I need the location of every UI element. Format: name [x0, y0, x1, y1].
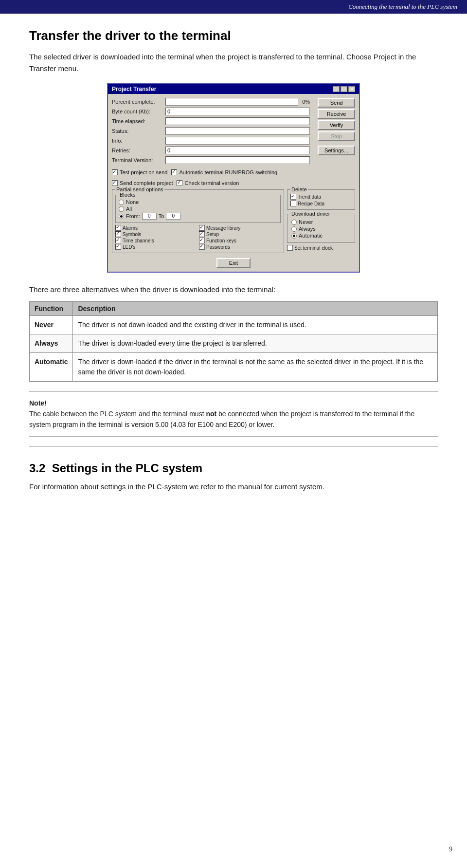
close-button[interactable]: × — [348, 86, 355, 92]
message-library-checkbox[interactable] — [199, 225, 205, 231]
recipe-data-chk-item: Recipe Data — [290, 201, 352, 206]
check-terminal-checkbox-row: Check terminal version — [177, 180, 239, 186]
time-channels-checkbox[interactable] — [115, 238, 121, 243]
dialog-fields-col: Percent complete: 0% Byte count (Kb): 0 — [112, 98, 310, 166]
note-text: Note! The cable between the PLC system a… — [29, 398, 438, 430]
exit-button[interactable]: Exit — [216, 258, 251, 268]
send-complete-checkbox-row: Send complete project — [112, 180, 173, 186]
exit-button-row: Exit — [112, 258, 355, 268]
receive-button[interactable]: Receive — [318, 109, 355, 119]
auto-run-checkbox[interactable] — [171, 169, 177, 175]
set-terminal-clock-row: Set terminal clock — [287, 245, 355, 251]
automatic-function: Automatic — [30, 352, 73, 381]
table-row: Never The driver is not down-loaded and … — [30, 315, 438, 334]
checkboxes-row1: Test project on send Automatic terminal … — [112, 168, 355, 177]
section-heading: 3.2 Settings in the PLC system — [29, 462, 438, 475]
send-complete-checkbox[interactable] — [112, 180, 118, 186]
all-label: All — [126, 206, 132, 212]
info-field[interactable] — [165, 137, 310, 145]
terminal-version-field[interactable] — [165, 156, 310, 164]
dialog-body: Percent complete: 0% Byte count (Kb): 0 — [108, 94, 359, 272]
table-intro: There are three alternatives when the dr… — [29, 284, 438, 295]
always-radio[interactable] — [291, 226, 297, 232]
never-description: The driver is not down-loaded and the ex… — [73, 315, 438, 334]
retries-field[interactable]: 0 — [165, 147, 310, 154]
percent-field[interactable] — [165, 98, 298, 106]
settings-button[interactable]: Settings... — [318, 146, 355, 155]
description-header: Description — [73, 301, 438, 315]
table-row: Always The driver is down-loaded every t… — [30, 334, 438, 352]
delete-box: Delete Trend data Recipe Data — [287, 189, 355, 210]
alarms-checkbox[interactable] — [115, 225, 121, 231]
section-text: For information about settings in the PL… — [29, 481, 438, 493]
leds-chk-item: LED's — [115, 244, 197, 250]
set-terminal-clock-checkbox[interactable] — [287, 245, 293, 251]
download-driver-options: Never Always Automatic — [291, 219, 351, 239]
automatic-radio-row: Automatic — [291, 233, 351, 239]
main-title: Transfer the driver to the terminal — [29, 28, 438, 43]
dialog-title: Project Transfer — [112, 86, 156, 92]
auto-run-label: Automatic terminal RUN/PROG switching — [179, 169, 277, 175]
percent-value: 0% — [302, 99, 310, 105]
leds-checkbox[interactable] — [115, 244, 121, 250]
send-button[interactable]: Send — [318, 98, 355, 108]
page-number: 9 — [449, 846, 452, 853]
none-radio-row: None — [119, 199, 277, 205]
always-function-name: Always — [35, 339, 58, 347]
status-row: Status: — [112, 127, 310, 135]
minimize-button[interactable]: _ — [333, 86, 340, 92]
percent-label: Percent complete: — [112, 99, 165, 105]
alarms-chk-item: Alarms — [115, 225, 197, 231]
note-label: Note! — [29, 399, 47, 407]
recipe-data-checkbox[interactable] — [290, 201, 296, 206]
test-project-checkbox[interactable] — [112, 169, 118, 175]
table-row: Automatic The driver is down-loaded if t… — [30, 352, 438, 381]
intro-text: The selected driver is downloaded into t… — [29, 51, 438, 74]
to-label: To — [159, 213, 164, 219]
function-keys-checkbox[interactable] — [199, 238, 205, 243]
note-bold: not — [206, 410, 216, 418]
dialog-main-area: Percent complete: 0% Byte count (Kb): 0 — [112, 98, 355, 166]
setup-checkbox[interactable] — [199, 231, 205, 237]
page-header: Connecting the terminal to the PLC syste… — [0, 0, 467, 14]
check-terminal-label: Check terminal version — [184, 180, 239, 186]
symbols-checkbox[interactable] — [115, 231, 121, 237]
maximize-button[interactable]: □ — [341, 86, 347, 92]
automatic-radio[interactable] — [291, 233, 297, 239]
trend-data-checkbox[interactable] — [290, 194, 296, 200]
dialog-wrapper: Project Transfer _ □ × Percent complete: — [29, 83, 438, 273]
stop-button[interactable]: Stop — [318, 131, 355, 141]
download-driver-title: Download driver — [290, 211, 331, 217]
leds-label: LED's — [123, 244, 135, 250]
all-radio[interactable] — [119, 206, 124, 212]
passwords-label: Passwords — [206, 244, 230, 250]
time-channels-chk-item: Time channels — [115, 238, 197, 243]
to-field[interactable]: 0 — [166, 213, 180, 220]
status-field[interactable] — [165, 127, 310, 135]
byte-count-field[interactable]: 0 — [165, 108, 310, 115]
never-radio[interactable] — [291, 220, 297, 225]
action-buttons: Send Receive Verify Stop Settings... — [318, 98, 355, 166]
section-number: 3.2 — [29, 462, 45, 475]
recipe-data-label: Recipe Data — [298, 201, 324, 206]
verify-button[interactable]: Verify — [318, 120, 355, 130]
partial-checkboxes: Alarms Message library Symbols — [115, 225, 281, 250]
always-label: Always — [299, 226, 316, 232]
check-terminal-checkbox[interactable] — [177, 180, 182, 186]
time-elapsed-field[interactable] — [165, 117, 310, 125]
none-radio[interactable] — [119, 200, 124, 205]
automatic-function-name: Automatic — [35, 358, 68, 366]
retries-row: Retries: 0 — [112, 147, 310, 154]
from-label: From: — [126, 213, 140, 219]
never-function-name: Never — [35, 321, 54, 329]
symbols-chk-item: Symbols — [115, 231, 197, 237]
passwords-checkbox[interactable] — [199, 244, 205, 250]
from-field[interactable]: 0 — [142, 213, 157, 220]
set-terminal-clock-label: Set terminal clock — [294, 245, 333, 251]
automatic-description: The driver is down-loaded if the driver … — [73, 352, 438, 381]
never-label: Never — [299, 219, 313, 225]
never-radio-row: Never — [291, 219, 351, 225]
from-radio[interactable] — [119, 214, 124, 219]
always-function: Always — [30, 334, 73, 352]
percent-complete-row: Percent complete: 0% — [112, 98, 310, 106]
